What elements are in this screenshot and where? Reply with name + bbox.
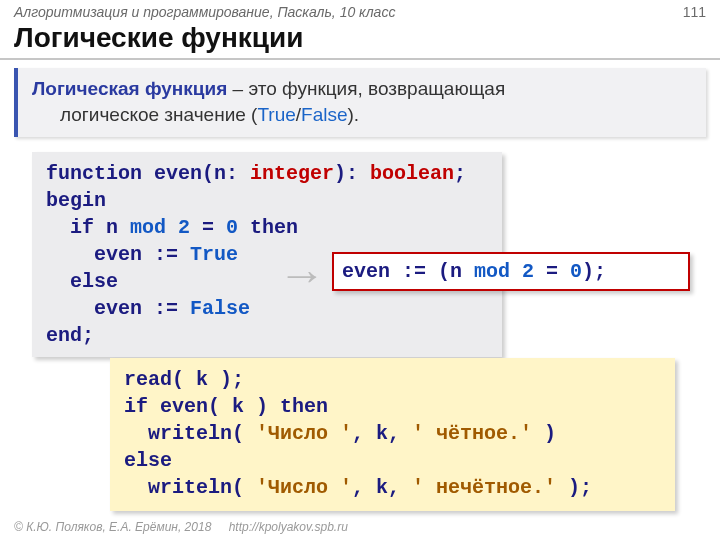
code-block-short: even := (n mod 2 = 0); [332,252,690,291]
c3-2: 2 [178,216,190,239]
definition-line1: это функция, возвращающая [248,78,505,99]
copyright-text: © К.Ю. Поляков, Е.А. Ерёмин, 2018 [14,520,211,534]
c3a: if n [46,216,130,239]
c1: function even(n: [46,162,250,185]
s1: even := (n [342,260,474,283]
c3c [166,216,178,239]
u3a: writeln( [124,422,256,445]
c1-integer: integer [250,162,334,185]
footer: © К.Ю. Поляков, Е.А. Ерёмин, 2018 http:/… [0,514,720,540]
c6-false: False [190,297,250,320]
c3g: then [238,216,298,239]
definition-dash: – [227,78,248,99]
slide: Алгоритмизация и программирование, Паска… [0,0,720,540]
c7: end; [46,324,94,347]
footer-link[interactable]: http://kpolyakov.spb.ru [229,520,348,534]
u3e: ) [532,422,556,445]
u2: if even( k ) then [124,395,328,418]
definition-term: Логическая функция [32,78,227,99]
false-literal: False [301,104,347,125]
c6a: even := [46,297,190,320]
slide-number: 111 [683,4,706,20]
code-block-usage: read( k ); if even( k ) then writeln( 'Ч… [110,358,675,511]
s-2: 2 [522,260,534,283]
definition-line2-wrap: логическое значение (True/False). [32,102,692,128]
topbar: Алгоритмизация и программирование, Паска… [0,0,720,22]
u3d: ' чётное.' [412,422,532,445]
c3e: = [190,216,226,239]
c4a: even := [46,243,190,266]
chapter-label: Алгоритмизация и программирование, Паска… [14,4,395,20]
c2: begin [46,189,106,212]
u4: else [124,449,172,472]
page-title: Логические функции [0,22,720,58]
u1: read( k ); [124,368,244,391]
s1c: = [534,260,570,283]
c3-mod: mod [130,216,166,239]
u5a: writeln( [124,476,256,499]
u3b: 'Число ' [256,422,352,445]
c1c: ; [454,162,466,185]
c5: else [46,270,118,293]
u5c: , k, [352,476,412,499]
c4-true: True [190,243,238,266]
s-mod: mod [474,260,510,283]
u5e: ); [556,476,592,499]
s1b [510,260,522,283]
definition-close: ). [348,104,360,125]
u5b: 'Число ' [256,476,352,499]
u3c: , k, [352,422,412,445]
arrow-icon: → [278,250,326,300]
c1b: ): [334,162,370,185]
s1d: ); [582,260,606,283]
c3-0: 0 [226,216,238,239]
title-divider [0,58,720,60]
u5d: ' нечётное.' [412,476,556,499]
true-literal: True [257,104,295,125]
definition-box: Логическая функция – это функция, возвра… [14,68,706,137]
s-0: 0 [570,260,582,283]
c1-boolean: boolean [370,162,454,185]
definition-line2: логическое значение ( [60,104,257,125]
